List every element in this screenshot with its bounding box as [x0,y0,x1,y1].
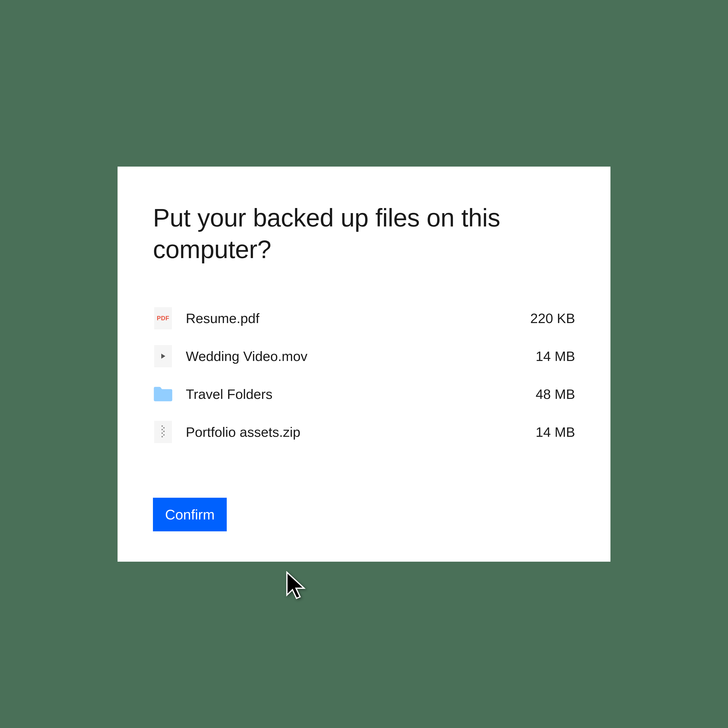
file-name: Portfolio assets.zip [186,424,523,440]
confirm-button[interactable]: Confirm [153,498,227,531]
cursor-icon [284,571,310,604]
svg-rect-5 [162,433,163,434]
file-row: Travel Folders 48 MB [153,381,575,407]
file-size: 14 MB [535,424,575,440]
file-name: Wedding Video.mov [186,348,523,364]
file-size: 48 MB [535,386,575,402]
svg-rect-4 [163,431,165,432]
svg-rect-2 [163,427,165,428]
zip-icon [153,419,173,445]
dialog-title: Put your backed up files on this compute… [153,202,575,265]
file-list: PDF Resume.pdf 220 KB Wedding Video.mov … [153,306,575,445]
file-row: Wedding Video.mov 14 MB [153,344,575,369]
folder-icon [153,381,173,407]
svg-rect-3 [162,429,163,430]
video-icon [153,344,173,369]
file-row: PDF Resume.pdf 220 KB [153,306,575,331]
file-name: Travel Folders [186,386,523,402]
pdf-icon: PDF [153,306,173,331]
svg-rect-7 [162,436,163,437]
svg-marker-0 [161,353,165,359]
file-row: Portfolio assets.zip 14 MB [153,419,575,445]
file-size: 220 KB [530,310,575,326]
backup-dialog: Put your backed up files on this compute… [118,167,610,562]
file-size: 14 MB [535,348,575,364]
file-name: Resume.pdf [186,310,518,326]
svg-rect-1 [162,425,163,427]
svg-rect-6 [163,434,165,436]
